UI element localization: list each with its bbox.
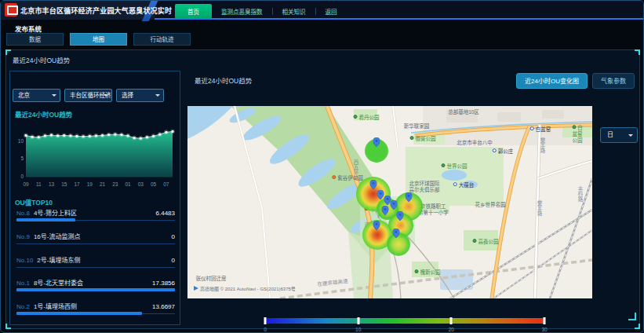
nav-item-odor-index[interactable]: 监测点恶臭指数 <box>212 4 272 19</box>
top-list-row: No.21号-填埋场西侧13.6697 <box>16 302 175 319</box>
map-pin-icon[interactable] <box>370 178 377 188</box>
park-icon <box>354 115 358 119</box>
top-list-title: OU值TOP10 <box>15 197 53 207</box>
scenic-icon <box>332 175 336 179</box>
map-label: 西五环 <box>352 159 358 175</box>
metro-icon <box>453 182 457 186</box>
scale-tick <box>357 317 359 324</box>
svg-text:03: 03 <box>138 181 144 187</box>
metro-icon <box>493 148 497 152</box>
svg-text:19: 19 <box>87 181 93 187</box>
map-label: 高鑫公园 <box>473 239 499 245</box>
map-label: 在建京雄高速 <box>317 278 348 287</box>
map-label: 总部基地10区 <box>448 109 479 115</box>
map-label: 郭公庄 <box>493 148 514 155</box>
weather-params-button[interactable]: 气象参数 <box>592 73 635 89</box>
rank-badge: No.9 <box>16 233 30 240</box>
map-pin-icon[interactable] <box>397 210 404 219</box>
map-label: 北京环球国际 高尔夫俱乐部 <box>409 181 440 193</box>
rank-badge: No.8 <box>16 210 30 217</box>
svg-text:10: 10 <box>18 138 24 144</box>
svg-text:0: 0 <box>20 174 24 179</box>
metro-icon <box>530 126 534 130</box>
panel-corner <box>635 49 640 55</box>
view-tabs: 数据 地图 行动轨迹 <box>6 33 191 46</box>
park-icon <box>410 136 414 140</box>
bar-fill <box>16 312 142 315</box>
park-icon <box>572 125 576 129</box>
map-overlays: 看丹公园总部基地10区新华联家园御景公园北京市丰台八中白盆窑白盆窑公园郭公庄世界… <box>187 106 592 298</box>
point-name: 1号-填埋场西侧 <box>34 302 152 310</box>
ou-value: 17.3856 <box>152 280 175 287</box>
map-pin-icon[interactable] <box>393 227 400 236</box>
rank-badge: No.2 <box>16 303 30 310</box>
top-list-row: No.102号-填埋场东侧0 <box>16 255 175 273</box>
map-label: 白盆窑公园 <box>570 125 585 143</box>
point-select[interactable]: 选择 <box>116 89 164 102</box>
map-label: 樊羊路 <box>536 200 542 216</box>
nav-item-knowledge[interactable]: 相关知识 <box>273 4 315 19</box>
park-icon <box>442 163 446 167</box>
bar-fill <box>16 218 75 221</box>
amap-logo-icon <box>194 286 198 291</box>
map-label: 世界公园 <box>442 163 468 170</box>
top-list-row: No.84号-筛分上料区6.4483 <box>16 208 175 225</box>
top-list-row: No.916号-流动监测点0 <box>16 232 175 249</box>
map-panel-title: 最近24小时OU趋势 <box>195 75 252 85</box>
trend-area-chart: 0510091113151719212301030507 <box>12 117 176 189</box>
map-label: 看丹公园 <box>354 115 380 121</box>
map-panel: 最近24小时OU趋势 近24小时OU变化图 气象参数 <box>184 68 638 328</box>
bar-track <box>16 267 175 268</box>
app-window: 北京市丰台区循环经济产业园大气恶臭状况实时 首页 监测点恶臭指数 相关知识 返回… <box>0 0 644 333</box>
svg-text:13: 13 <box>49 181 55 187</box>
panel-title: 最近24小时OU趋势 <box>13 55 70 64</box>
svg-text:5: 5 <box>20 156 24 161</box>
map-label: 新华联家园 <box>404 123 430 130</box>
point-name: 8号-北天堂村委会 <box>34 278 152 287</box>
map-pin-icon[interactable] <box>377 188 384 198</box>
map-label: 紫谷伊甸园 <box>332 175 363 181</box>
left-panel: 北京 丰台区循环经济产 选择 最近24小时OU趋势 05100911131517… <box>9 71 180 325</box>
scale-tick-label: 30 <box>541 327 547 332</box>
scale-tick <box>450 317 453 324</box>
rank-badge: No.10 <box>16 257 33 264</box>
tab-map[interactable]: 地图 <box>70 33 127 46</box>
map-label: 花乡世界名园 <box>475 202 506 208</box>
heat-scale-bar: 0102030 <box>265 318 544 324</box>
nav-item-home[interactable]: 首页 <box>175 4 212 19</box>
ou-value: 13.6697 <box>152 303 175 310</box>
city-select[interactable]: 北京 <box>13 89 60 102</box>
svg-text:17: 17 <box>74 181 80 187</box>
bar-fill <box>16 288 175 291</box>
map-pin-icon[interactable] <box>391 199 398 208</box>
top-list-row: No.18号-北天堂村委会17.3856 <box>16 278 175 295</box>
map-pin-icon[interactable] <box>382 204 389 214</box>
svg-text:07: 07 <box>163 181 169 187</box>
map-viewport[interactable]: 看丹公园总部基地10区新华联家园御景公园北京市丰台八中白盆窑白盆窑公园郭公庄世界… <box>187 106 592 298</box>
point-name: 2号-填埋场东侧 <box>37 255 171 264</box>
scale-tick-label: 10 <box>355 327 361 332</box>
svg-text:05: 05 <box>151 181 157 187</box>
svg-text:21: 21 <box>100 181 106 187</box>
map-label: 槐新公园 <box>415 269 441 276</box>
ou-change-map-button[interactable]: 近24小时OU变化图 <box>516 73 588 89</box>
map-label: 大葆台 <box>453 182 475 188</box>
nav-item-back[interactable]: 返回 <box>316 4 347 19</box>
time-range-select[interactable]: 日 <box>600 127 638 143</box>
map-pin-icon[interactable] <box>406 191 413 200</box>
map-pin-icon[interactable] <box>373 219 380 229</box>
map-copyright: 高德地图 © 2021 AutoNavi - GS(2021)6375号 <box>194 286 296 292</box>
main-nav: 首页 监测点恶臭指数 相关知识 返回 <box>175 4 347 19</box>
map-label: 北京市丰台八中 <box>457 140 493 146</box>
svg-text:11: 11 <box>36 181 42 187</box>
park-select[interactable]: 丰台区循环经济产 <box>64 89 112 102</box>
tab-trajectory[interactable]: 行动轨迹 <box>133 33 191 46</box>
scale-tick <box>544 317 546 324</box>
tab-data[interactable]: 数据 <box>6 33 64 46</box>
map-pin-icon[interactable] <box>373 136 380 145</box>
map-buttons: 近24小时OU变化图 气象参数 <box>516 73 635 89</box>
scale-tick <box>264 317 267 324</box>
map-label: 张仪村回迁房 <box>196 276 227 282</box>
map-label: 樊羊路 <box>539 137 545 153</box>
svg-text:09: 09 <box>23 181 29 187</box>
